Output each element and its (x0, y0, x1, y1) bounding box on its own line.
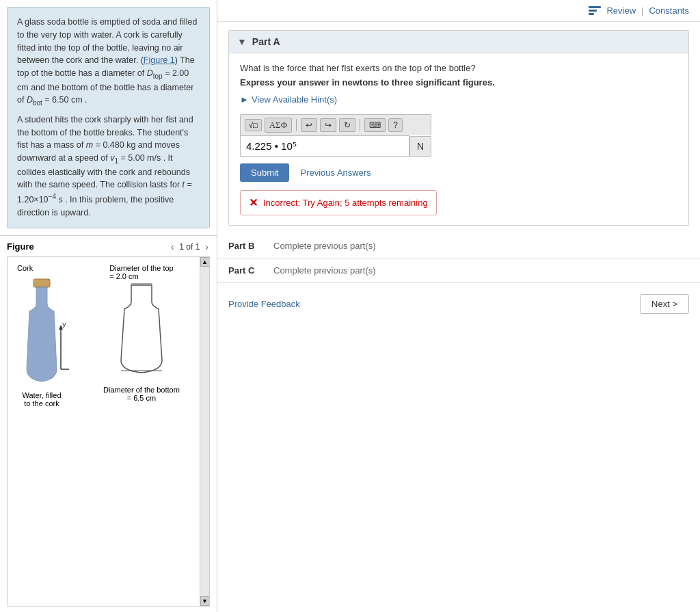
diameter-bottom-label: Diameter of the bottom = 6.5 cm (103, 386, 180, 402)
bottle-diagram: Cork y (12, 261, 196, 410)
error-message: Incorrect; Try Again; 5 attempts remaini… (263, 198, 428, 208)
content-area: ▼ Part A What is the force that her fist… (217, 22, 700, 612)
figure-title: Figure (7, 241, 34, 252)
bottle-diagram-svg (111, 282, 172, 384)
figure-nav: ‹ 1 of 1 › (170, 241, 210, 252)
part-c-row: Part C Complete previous part(s) (217, 258, 700, 283)
problem-paragraph-2: A student hits the cork sharply with her… (17, 114, 200, 219)
figure-header: Figure ‹ 1 of 1 › (7, 241, 210, 252)
sqrt-symbol: √□ (249, 121, 258, 129)
figure-inner: Cork y (8, 257, 209, 414)
greek-btn[interactable]: ΑΣΦ (265, 118, 292, 133)
footer-row: Provide Feedback Next > (217, 286, 700, 322)
answer-input[interactable] (240, 135, 409, 157)
constants-link[interactable]: Constants (649, 5, 689, 16)
part-a-instruction: Express your answer in newtons to three … (240, 77, 677, 88)
separator: | (641, 5, 643, 16)
part-a-label: Part A (252, 36, 280, 47)
part-a-body: What is the force that her fist exerts o… (229, 53, 688, 225)
bottle-with-annotations: Diameter of the top = 2.0 cm D (103, 264, 180, 402)
svg-rect-0 (33, 279, 50, 287)
svg-text:y: y (62, 320, 66, 328)
help-btn[interactable]: ? (388, 118, 403, 132)
part-a-question: What is the force that her fist exerts o… (240, 63, 677, 73)
scroll-bottom-btn[interactable]: ▼ (200, 596, 210, 606)
figure-prev-btn[interactable]: ‹ (170, 241, 176, 252)
part-b-status: Complete previous part(s) (273, 241, 376, 251)
review-link[interactable]: Review (606, 5, 636, 16)
left-panel: A glass soda bottle is emptied of soda a… (0, 0, 217, 612)
answer-unit: N (409, 136, 431, 157)
part-c-status: Complete previous part(s) (273, 265, 376, 276)
action-row: Submit Previous Answers (240, 163, 677, 182)
part-c-label: Part C (228, 265, 262, 276)
toolbar-divider-2 (360, 119, 360, 131)
review-icon (589, 6, 601, 16)
figure-next-btn[interactable]: › (204, 241, 210, 252)
review-container: Review (589, 5, 636, 16)
hint-link[interactable]: ► View Available Hint(s) (240, 94, 677, 105)
bottle-svg: y x (14, 274, 69, 390)
figure-scrollbar[interactable]: ▲ ▼ (200, 257, 209, 606)
toolbar-divider-1 (296, 119, 297, 131)
part-b-row: Part B Complete previous part(s) (217, 234, 700, 258)
undo-btn[interactable]: ↩ (301, 118, 317, 132)
water-label: Water, filled to the cork (22, 391, 61, 408)
scroll-top-btn[interactable]: ▲ (200, 257, 210, 267)
part-a-header: ▼ Part A (229, 31, 688, 53)
figure-section: Figure ‹ 1 of 1 › ▲ ▼ Cork (0, 235, 217, 612)
figure-link[interactable]: Figure 1 (144, 55, 175, 65)
problem-text-box: A glass soda bottle is emptied of soda a… (7, 7, 210, 228)
diameter-top-label: Diameter of the top = 2.0 cm (109, 264, 174, 280)
figure-page-indicator: 1 of 1 (179, 242, 200, 252)
redo-btn[interactable]: ↪ (320, 118, 336, 132)
bottle-with-cork: Cork y (14, 264, 69, 408)
top-bar: Review | Constants (217, 0, 700, 22)
error-box: ✕ Incorrect; Try Again; 5 attempts remai… (240, 190, 437, 215)
cork-label: Cork (17, 264, 33, 272)
submit-btn[interactable]: Submit (240, 163, 289, 182)
part-b-label: Part B (228, 241, 262, 251)
input-toolbar: √□ ΑΣΦ ↩ ↪ ↻ ⌨ ? (240, 114, 431, 135)
error-icon: ✕ (249, 196, 258, 209)
refresh-btn[interactable]: ↻ (339, 118, 355, 132)
right-panel: Review | Constants ▼ Part A What is the … (217, 0, 700, 612)
part-a-collapse-btn[interactable]: ▼ (237, 36, 247, 47)
previous-answers-link[interactable]: Previous Answers (300, 168, 371, 178)
answer-row: N (240, 135, 431, 157)
next-btn[interactable]: Next > (640, 294, 689, 314)
part-a-section: ▼ Part A What is the force that her fist… (228, 30, 689, 226)
sqrt-btn[interactable]: √□ (245, 119, 262, 131)
figure-content: ▲ ▼ Cork (7, 256, 210, 607)
problem-paragraph-1: A glass soda bottle is emptied of soda a… (17, 16, 200, 108)
keyboard-btn[interactable]: ⌨ (364, 118, 386, 132)
provide-feedback-link[interactable]: Provide Feedback (228, 299, 300, 309)
